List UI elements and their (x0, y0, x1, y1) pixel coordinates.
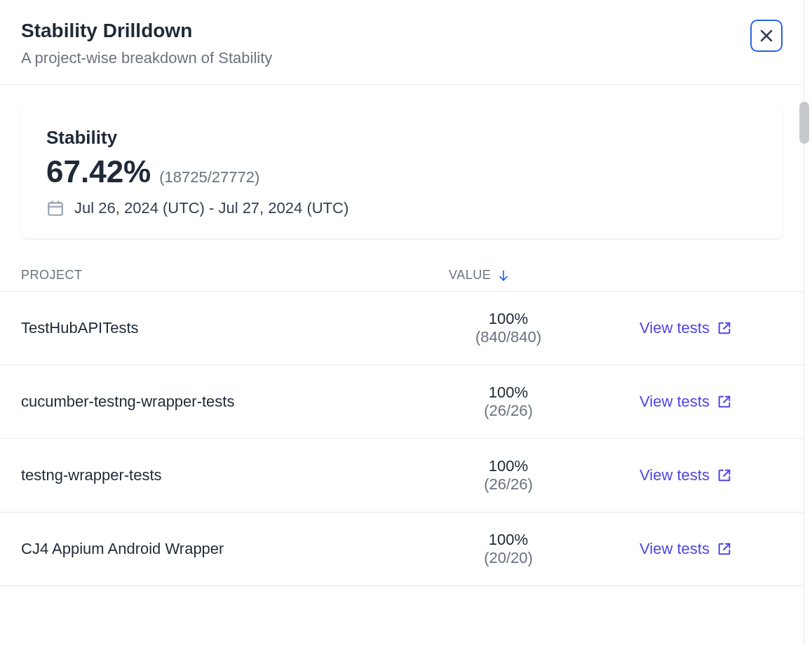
project-percentage: 100% (428, 383, 589, 402)
summary-fraction: (18725/27772) (159, 168, 259, 186)
project-percentage: 100% (428, 531, 589, 549)
view-tests-link[interactable]: View tests (640, 393, 732, 411)
external-link-icon (717, 394, 732, 409)
view-tests-label: View tests (640, 540, 710, 558)
column-header-value[interactable]: VALUE (449, 268, 589, 283)
view-tests-label: View tests (640, 466, 710, 484)
external-link-icon (717, 320, 732, 336)
project-fraction: (26/26) (428, 402, 589, 420)
table-row: testng-wrapper-tests 100% (26/26) View t… (0, 439, 804, 512)
project-value: 100% (26/26) (428, 383, 589, 420)
page-subtitle: A project-wise breakdown of Stability (21, 49, 750, 67)
column-header-value-label: VALUE (449, 268, 491, 283)
calendar-icon (46, 199, 65, 217)
summary-title: Stability (46, 127, 757, 149)
project-name: CJ4 Appium Android Wrapper (21, 540, 428, 558)
view-tests-link[interactable]: View tests (640, 466, 732, 484)
project-fraction: (840/840) (428, 328, 589, 346)
project-percentage: 100% (428, 310, 589, 328)
column-header-project[interactable]: PROJECT (21, 268, 449, 283)
project-value: 100% (20/20) (428, 531, 589, 567)
header-content: Stability Drilldown A project-wise break… (21, 20, 750, 67)
summary-percentage: 67.42% (46, 154, 151, 189)
project-action: View tests (589, 466, 783, 484)
summary-date-row: Jul 26, 2024 (UTC) - Jul 27, 2024 (UTC) (46, 199, 757, 217)
svg-rect-2 (48, 203, 62, 215)
project-action: View tests (589, 319, 783, 337)
svg-line-10 (724, 544, 729, 550)
view-tests-label: View tests (640, 319, 710, 337)
svg-line-7 (724, 323, 729, 329)
table-row: TestHubAPITests 100% (840/840) View test… (0, 292, 804, 365)
scrollbar-thumb[interactable] (799, 102, 809, 144)
stability-summary-card: Stability 67.42% (18725/27772) Jul 26, 2… (21, 106, 783, 238)
external-link-icon (717, 541, 732, 557)
project-fraction: (20/20) (428, 549, 589, 567)
project-name: cucumber-testng-wrapper-tests (21, 393, 428, 411)
view-tests-link[interactable]: View tests (640, 319, 732, 337)
project-percentage: 100% (428, 457, 589, 475)
close-icon (758, 27, 775, 44)
svg-line-9 (724, 470, 729, 476)
summary-date-range: Jul 26, 2024 (UTC) - Jul 27, 2024 (UTC) (74, 199, 349, 217)
modal-header: Stability Drilldown A project-wise break… (0, 0, 804, 85)
project-action: View tests (589, 393, 783, 411)
project-value: 100% (840/840) (428, 310, 589, 346)
view-tests-link[interactable]: View tests (640, 540, 732, 558)
project-name: testng-wrapper-tests (21, 466, 428, 484)
page-title: Stability Drilldown (21, 20, 750, 42)
view-tests-label: View tests (640, 393, 710, 411)
external-link-icon (717, 468, 732, 483)
project-name: TestHubAPITests (21, 319, 428, 337)
close-button[interactable] (750, 20, 783, 52)
project-value: 100% (26/26) (428, 457, 589, 494)
table-header: PROJECT VALUE (0, 259, 804, 292)
project-action: View tests (589, 540, 783, 558)
summary-value-row: 67.42% (18725/27772) (46, 154, 757, 189)
svg-line-8 (724, 397, 729, 402)
table-row: CJ4 Appium Android Wrapper 100% (20/20) … (0, 512, 804, 586)
table-row: cucumber-testng-wrapper-tests 100% (26/2… (0, 365, 804, 439)
project-fraction: (26/26) (428, 475, 589, 494)
sort-down-icon (496, 269, 510, 283)
